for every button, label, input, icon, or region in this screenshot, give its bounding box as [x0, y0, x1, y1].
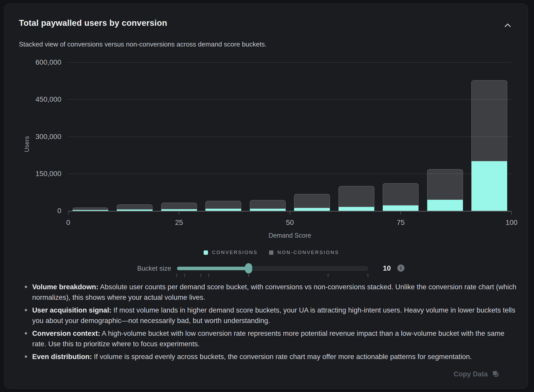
x-axis-tick-label: 100	[506, 218, 518, 227]
y-axis-tick-label: 600,000	[4, 58, 61, 66]
x-axis-tick-mark	[68, 212, 68, 215]
slider-tick-mark	[248, 274, 249, 277]
bar-70-80	[383, 62, 419, 211]
note-text: Volume breakdown: Absolute user counts p…	[32, 282, 519, 303]
bar-segment-conversions[interactable]	[427, 200, 463, 211]
bar-segment-non-conversions[interactable]	[383, 183, 419, 205]
slider-tick-mark	[208, 274, 209, 277]
legend-swatch	[269, 250, 273, 255]
x-axis-title: Demand Score	[269, 232, 311, 239]
copy-data-label: Copy Data	[454, 370, 488, 378]
note-item: User acquisition signal: If most volume …	[25, 305, 519, 326]
bar-20-30	[161, 62, 197, 211]
y-axis-tick-label: 150,000	[4, 170, 61, 178]
info-icon[interactable]: i	[397, 264, 404, 272]
bar-segment-non-conversions[interactable]	[294, 194, 330, 208]
bar-90-100	[471, 62, 507, 211]
y-axis-title: Users	[23, 136, 30, 152]
legend-label: CONVERSIONS	[212, 250, 258, 255]
note-text: Even distribution: If volume is spread e…	[32, 351, 472, 362]
notes-list: Volume breakdown: Absolute user counts p…	[25, 282, 519, 364]
x-axis-tick-mark	[290, 212, 290, 215]
bullet-dot	[25, 332, 27, 335]
x-axis-tick-mark	[511, 212, 512, 215]
slider-tick-mark	[368, 274, 368, 277]
bar-0-10	[73, 62, 108, 211]
bar-segment-non-conversions[interactable]	[250, 200, 286, 209]
note-text: Conversion context: A high-volume bucket…	[32, 328, 519, 349]
bucket-size-value: 10	[381, 264, 393, 272]
slider-tick-mark	[184, 274, 185, 277]
bar-segment-non-conversions[interactable]	[161, 203, 197, 209]
note-item: Conversion context: A high-volume bucket…	[25, 328, 519, 349]
slider-tick-mark	[201, 274, 201, 277]
note-item: Even distribution: If volume is spread e…	[25, 351, 519, 362]
bucket-size-slider-thumb[interactable]	[245, 263, 252, 273]
bullet-dot	[25, 309, 27, 311]
bar-segment-conversions[interactable]	[339, 207, 374, 211]
chart-card: Total paywalled users by conversion Stac…	[4, 4, 528, 389]
bar-segment-non-conversions[interactable]	[471, 80, 507, 161]
y-axis-tick-label: 300,000	[4, 133, 61, 141]
x-axis-tick-label: 0	[66, 218, 70, 227]
bar-segment-non-conversions[interactable]	[205, 201, 241, 209]
legend-label: NON-CONVERSIONS	[277, 250, 339, 255]
copy-icon	[492, 371, 499, 378]
y-axis-tick-label: 0	[4, 207, 61, 215]
bar-segment-non-conversions[interactable]	[427, 169, 463, 200]
bucket-size-slider-track[interactable]	[177, 267, 368, 270]
x-axis-tick-label: 25	[175, 218, 183, 227]
x-axis-tick-label: 50	[286, 218, 294, 227]
copy-data-button[interactable]: Copy Data	[454, 370, 499, 378]
legend-item-conversions[interactable]: CONVERSIONS	[204, 250, 258, 255]
slider-tick-mark	[328, 274, 328, 277]
bar-30-40	[205, 62, 241, 211]
bar-segment-non-conversions[interactable]	[73, 207, 108, 210]
note-item: Volume breakdown: Absolute user counts p…	[25, 282, 519, 303]
y-axis-tick-label: 450,000	[4, 95, 61, 103]
bullet-dot	[25, 286, 27, 288]
legend-item-non-conversions[interactable]: NON-CONVERSIONS	[269, 250, 339, 255]
note-text: User acquisition signal: If most volume …	[32, 305, 519, 326]
x-axis-tick-mark	[179, 212, 179, 215]
bar-segment-conversions[interactable]	[294, 208, 330, 211]
bar-40-50	[250, 62, 286, 211]
slider-tick-mark	[177, 274, 177, 277]
bar-segment-non-conversions[interactable]	[117, 204, 153, 210]
bullet-dot	[25, 355, 27, 358]
bucket-size-slider-fill	[177, 267, 249, 270]
bar-segment-conversions[interactable]	[383, 205, 419, 211]
page: Total paywalled users by conversion Stac…	[0, 0, 534, 392]
x-axis-tick-label: 75	[397, 218, 405, 227]
bar-segment-non-conversions[interactable]	[339, 186, 374, 207]
bar-60-70	[339, 62, 374, 211]
bar-10-20	[117, 62, 153, 211]
bar-50-60	[294, 62, 330, 211]
bar-80-90	[427, 62, 463, 211]
legend-swatch	[204, 250, 208, 255]
bucket-size-label: Bucket size	[101, 264, 171, 272]
stacked-bar-chart: 0150,000300,000450,000600,0000255075100U…	[4, 4, 534, 259]
chart-legend: CONVERSIONSNON-CONVERSIONS	[4, 250, 534, 255]
bar-segment-conversions[interactable]	[205, 209, 241, 211]
bar-segment-conversions[interactable]	[250, 209, 286, 211]
bar-segment-conversions[interactable]	[471, 161, 507, 211]
x-axis-tick-mark	[400, 212, 401, 215]
